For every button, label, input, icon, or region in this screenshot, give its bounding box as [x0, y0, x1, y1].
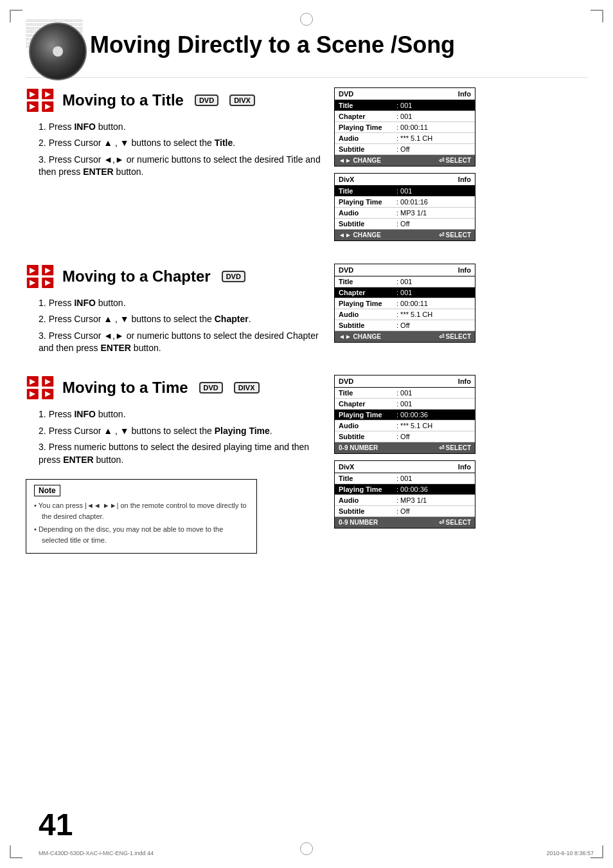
- info-panel-row-chapter: Chapter : 001: [335, 111, 475, 122]
- row-label: Chapter: [339, 113, 396, 120]
- info-panel-type-label: DVD: [339, 90, 353, 98]
- info-panel-row-audio: Audio : *** 5.1 CH: [335, 309, 475, 320]
- row-value: : 001: [396, 113, 471, 120]
- row-label: Audio: [339, 422, 396, 429]
- bottom-decorative-circle: [300, 842, 313, 855]
- row-label: Title: [339, 102, 396, 109]
- row-label: Subtitle: [339, 507, 396, 515]
- section-time-right: DVD Info Title : 001 Chapter : 001 Playi…: [334, 375, 587, 554]
- footer-left-text: MM-C430D-530D-XAC-i-MIC-ENG-1.indd 44: [39, 850, 154, 856]
- info-panel-row-playtime: Playing Time : 00:00:11: [335, 298, 475, 309]
- row-label: Audio: [339, 209, 396, 217]
- footer-number: 0-9 NUMBER: [339, 519, 378, 526]
- info-panel-info-label: Info: [458, 90, 471, 98]
- step-chapter-2: Press Cursor ▲ , ▼ buttons to select the…: [39, 313, 321, 326]
- row-value: : Off: [396, 433, 471, 440]
- badge-dvd-3: DVD: [199, 382, 223, 393]
- section-chapter-heading: Moving to a Chapter: [62, 267, 211, 285]
- section-chapter-steps: Press INFO button. Press Cursor ▲ , ▼ bu…: [39, 297, 321, 355]
- info-panel-dvd-chapter-header: DVD Info: [335, 264, 475, 276]
- info-panel-divx-time: DivX Info Title : 001 Playing Time : 00:…: [334, 460, 475, 529]
- info-panel-type-label: DivX: [339, 176, 354, 183]
- step-title-1: Press INFO button.: [39, 121, 321, 134]
- info-panel-row-subtitle: Subtitle : Off: [335, 320, 475, 331]
- footer-change: ◄► CHANGE: [339, 157, 381, 164]
- info-panel-divx-title: DivX Info Title : 001 Playing Time : 00:…: [334, 173, 475, 241]
- badge-divx-3: DIVX: [234, 382, 260, 393]
- row-value: : Off: [396, 145, 471, 153]
- info-panel-type-label: DVD: [339, 377, 353, 385]
- info-panel-type-label: DVD: [339, 266, 353, 274]
- section-title-right: DVD Info Title : 001 Chapter : 001 Playi…: [334, 87, 587, 248]
- row-value: : *** 5.1 CH: [396, 311, 471, 318]
- title-divider: [26, 77, 587, 78]
- footer-number: 0-9 NUMBER: [339, 444, 378, 451]
- row-value: : 00:00:36: [396, 485, 471, 493]
- info-panel-row-subtitle: Subtitle : Off: [335, 219, 475, 230]
- row-label: Subtitle: [339, 145, 396, 153]
- row-label: Title: [339, 475, 396, 482]
- info-panel-divx-title-header: DivX Info: [335, 174, 475, 186]
- info-panel-row-title: Title : 001: [335, 473, 475, 484]
- footer-select: ⏎ SELECT: [439, 444, 471, 451]
- note-text: • You can press |◄◄ ►►| on the remote co…: [34, 500, 249, 545]
- info-panel-divx-time-header: DivX Info: [335, 461, 475, 473]
- step-time-2: Press Cursor ▲ , ▼ buttons to select the…: [39, 425, 321, 438]
- section-chapter-icon: ▶ ▶ ▶ ▶: [26, 264, 55, 289]
- info-panel-divx-time-footer: 0-9 NUMBER ⏎ SELECT: [335, 517, 475, 528]
- step-title-3: Press Cursor ◄,► or numeric buttons to s…: [39, 154, 321, 179]
- badge-divx-1: DIVX: [229, 95, 255, 106]
- row-label: Title: [339, 389, 396, 397]
- footer-select: ⏎ SELECT: [439, 157, 471, 164]
- disc-circle: [29, 23, 87, 80]
- step-title-2: Press Cursor ▲ , ▼ buttons to select the…: [39, 137, 321, 150]
- info-panel-info-label: Info: [458, 176, 471, 183]
- row-label: Title: [339, 187, 396, 195]
- step-time-3: Press numeric buttons to select the desi…: [39, 441, 321, 466]
- row-label: Audio: [339, 311, 396, 318]
- row-value: : 001: [396, 475, 471, 482]
- row-value: : Off: [396, 220, 471, 228]
- section-title-header: ▶ ▶ ▶ ▶ Moving to a Title DVD DIVX: [26, 87, 321, 113]
- info-panel-row-playtime-highlighted: Playing Time : 00:00:36: [335, 484, 475, 495]
- row-value: : 001: [396, 400, 471, 408]
- row-label: Chapter: [339, 289, 396, 296]
- row-label: Playing Time: [339, 300, 396, 307]
- section-chapter-header: ▶ ▶ ▶ ▶ Moving to a Chapter DVD: [26, 264, 321, 289]
- info-panel-dvd-chapter-footer: ◄► CHANGE ⏎ SELECT: [335, 331, 475, 342]
- info-panel-row-playtime: Playing Time : 00:00:11: [335, 122, 475, 133]
- row-value: : MP3 1/1: [396, 209, 471, 217]
- page-number: 41: [39, 807, 73, 842]
- section-title-steps: Press INFO button. Press Cursor ▲ , ▼ bu…: [39, 121, 321, 179]
- section-time-header: ▶ ▶ ▶ ▶ Moving to a Time DVD DIVX: [26, 375, 321, 401]
- row-label: Title: [339, 278, 396, 285]
- badge-dvd-2: DVD: [222, 271, 245, 282]
- row-value: : Off: [396, 321, 471, 329]
- footer-change: ◄► CHANGE: [339, 231, 381, 239]
- info-panel-dvd-time-header: DVD Info: [335, 375, 475, 388]
- info-panel-row-chapter: Chapter : 001: [335, 399, 475, 410]
- info-panel-info-label: Info: [458, 377, 471, 385]
- row-value: : 00:00:36: [396, 411, 471, 419]
- section-moving-to-chapter: ▶ ▶ ▶ ▶ Moving to a Chapter DVD Press IN…: [26, 264, 587, 359]
- badge-dvd-1: DVD: [195, 95, 218, 106]
- info-panel-divx-title-footer: ◄► CHANGE ⏎ SELECT: [335, 230, 475, 240]
- info-panel-row-audio: Audio : *** 5.1 CH: [335, 420, 475, 431]
- row-label: Audio: [339, 134, 396, 142]
- row-label: Playing Time: [339, 123, 396, 131]
- info-panel-row-title-highlighted: Title : 001: [335, 100, 475, 111]
- page-main-title: Moving Directly to a Scene /Song: [90, 19, 587, 58]
- row-value: : MP3 1/1: [396, 496, 471, 504]
- row-label: Subtitle: [339, 220, 396, 228]
- info-panel-dvd-time: DVD Info Title : 001 Chapter : 001 Playi…: [334, 375, 475, 454]
- row-value: : *** 5.1 CH: [396, 134, 471, 142]
- footer-select: ⏎ SELECT: [439, 231, 471, 239]
- row-value: : 001: [396, 278, 471, 285]
- note-bullet-2: • Depending on the disc, you may not be …: [34, 524, 249, 545]
- row-value: : 00:00:11: [396, 300, 471, 307]
- row-value: : 001: [396, 389, 471, 397]
- info-panel-row-title: Title : 001: [335, 388, 475, 399]
- row-value: : Off: [396, 507, 471, 515]
- info-panel-row-audio: Audio : MP3 1/1: [335, 495, 475, 506]
- row-label: Audio: [339, 496, 396, 504]
